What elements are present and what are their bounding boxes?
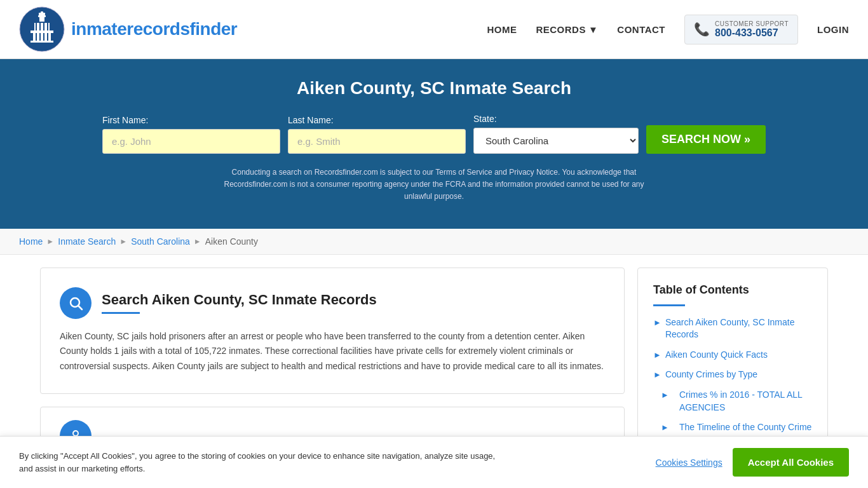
first-name-label: First Name: [102,115,148,125]
chevron-icon-4: ► [661,390,669,400]
state-select[interactable]: South Carolina [473,128,639,154]
card-header: Search Aiken County, SC Inmate Records [60,287,605,319]
svg-rect-10 [44,33,47,41]
logo-icon [19,6,65,52]
nav-home[interactable]: HOME [487,24,517,35]
logo-text: inmaterecordsfinder [71,19,237,39]
svg-point-20 [73,431,78,436]
login-button[interactable]: LOGIN [817,24,849,35]
support-number: 800-433-0567 [715,27,789,39]
last-name-group: Last Name: [288,115,466,154]
nav-contact[interactable]: CONTACT [617,24,665,35]
svg-rect-4 [41,11,43,14]
cookie-actions: Cookies Settings Accept All Cookies [656,448,849,477]
search-button[interactable]: SEARCH NOW » [646,125,766,154]
nav-records[interactable]: RECORDS ▼ [536,24,598,35]
breadcrumb-home[interactable]: Home [19,236,43,247]
disclaimer-text: Conducting a search on Recordsfinder.com… [212,166,656,203]
toc-item-3[interactable]: ► County Crimes by Type [653,369,812,381]
svg-rect-17 [47,23,48,30]
toc-link-3[interactable]: County Crimes by Type [665,369,757,381]
chevron-down-icon: ▼ [588,24,598,35]
svg-rect-11 [48,33,51,41]
svg-rect-14 [36,23,37,30]
page-title: Aiken County, SC Inmate Search [13,78,855,98]
state-group: State: South Carolina [473,114,639,154]
toc-title: Table of Contents [653,283,812,297]
chevron-icon-5: ► [661,423,669,432]
svg-rect-2 [38,15,46,17]
toc-item-4[interactable]: ► Crimes % in 2016 - TOTAL ALL AGENCIES [653,389,812,414]
svg-rect-16 [43,23,44,30]
toc-item-2[interactable]: ► Aiken County Quick Facts [653,349,812,362]
toc-item-1[interactable]: ► Search Aiken County, SC Inmate Records [653,316,812,341]
card-title: Search Aiken County, SC Inmate Records [102,292,377,308]
search-form: First Name: Last Name: State: South Caro… [13,114,855,154]
toc-link-1[interactable]: Search Aiken County, SC Inmate Records [665,316,812,341]
svg-rect-12 [31,41,53,43]
support-label: CUSTOMER SUPPORT [715,20,789,27]
breadcrumb-state[interactable]: South Carolina [131,236,190,247]
accept-cookies-button[interactable]: Accept All Cookies [733,448,849,477]
site-header: inmaterecordsfinder HOME RECORDS ▼ CONTA… [0,0,868,59]
toc-link-4[interactable]: Crimes % in 2016 - TOTAL ALL AGENCIES [673,389,812,414]
main-content-card: Search Aiken County, SC Inmate Records A… [40,268,625,394]
breadcrumb: Home ► Inmate Search ► South Carolina ► … [0,229,868,255]
first-name-input[interactable] [102,129,280,154]
breadcrumb-county: Aiken County [205,236,258,247]
svg-rect-15 [39,23,41,30]
main-nav: HOME RECORDS ▼ CONTACT 📞 CUSTOMER SUPPOR… [487,15,849,44]
search-icon [60,287,92,319]
state-label: State: [473,114,497,124]
svg-rect-9 [41,33,43,41]
svg-rect-5 [31,30,53,33]
chevron-icon-2: ► [653,350,661,360]
breadcrumb-sep-3: ► [194,237,201,246]
phone-icon: 📞 [694,22,710,37]
breadcrumb-sep-1: ► [46,237,54,246]
svg-rect-8 [37,33,39,41]
card-body: Aiken County, SC jails hold prisoners af… [60,329,605,374]
logo-area[interactable]: inmaterecordsfinder [19,6,237,52]
chevron-icon-3: ► [653,370,661,379]
chevron-icon-1: ► [653,318,661,327]
last-name-input[interactable] [288,129,466,154]
cookie-banner: By clicking "Accept All Cookies", you ag… [0,436,868,482]
toc-divider [653,304,685,306]
toc-link-2[interactable]: Aiken County Quick Facts [665,349,768,362]
breadcrumb-sep-2: ► [119,237,127,246]
svg-rect-7 [33,33,36,41]
breadcrumb-inmate-search[interactable]: Inmate Search [58,236,116,247]
svg-line-19 [79,306,83,309]
hero-section: Aiken County, SC Inmate Search First Nam… [0,59,868,229]
first-name-group: First Name: [102,115,280,154]
cookie-text: By clicking "Accept All Cookies", you ag… [19,450,496,475]
support-box[interactable]: 📞 CUSTOMER SUPPORT 800-433-0567 [684,15,798,44]
cookies-settings-button[interactable]: Cookies Settings [656,458,722,468]
last-name-label: Last Name: [288,115,334,125]
card-title-underline [102,312,140,314]
